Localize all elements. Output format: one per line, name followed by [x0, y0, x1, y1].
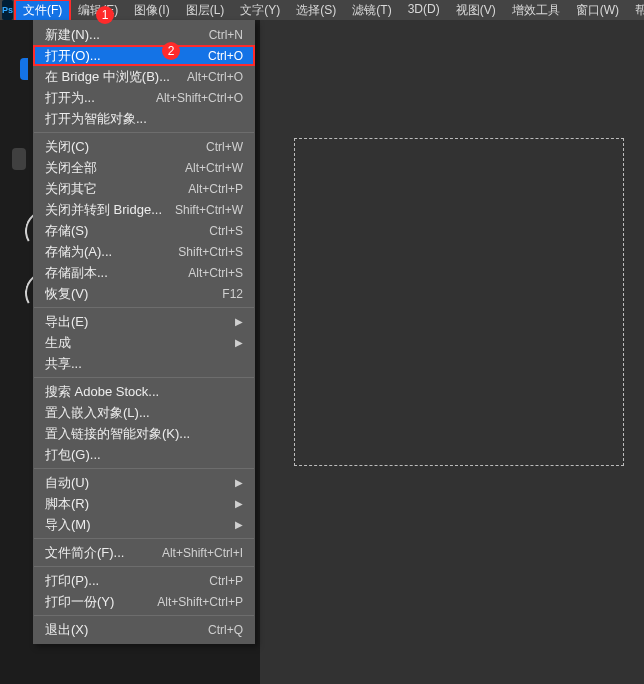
menu-item[interactable]: 存储为(A)...Shift+Ctrl+S: [33, 241, 255, 262]
menu-item-label: 退出(X): [45, 621, 200, 639]
menubar-item[interactable]: 滤镜(T): [344, 0, 399, 21]
menu-item[interactable]: 置入嵌入对象(L)...: [33, 402, 255, 423]
menu-item-shortcut: Ctrl+O: [208, 49, 243, 63]
menu-separator: [34, 566, 254, 567]
chevron-right-icon: ▶: [235, 498, 243, 509]
panel-chip: [12, 148, 26, 170]
menubar-item[interactable]: 图层(L): [178, 0, 233, 21]
menu-item-shortcut: Ctrl+Q: [208, 623, 243, 637]
menu-item-shortcut: Alt+Ctrl+S: [188, 266, 243, 280]
menu-item-shortcut: Ctrl+W: [206, 140, 243, 154]
menu-item-label: 打包(G)...: [45, 446, 243, 464]
menu-separator: [34, 538, 254, 539]
menu-item[interactable]: 导入(M)▶: [33, 514, 255, 535]
menu-item-shortcut: F12: [222, 287, 243, 301]
menu-item[interactable]: 新建(N)...Ctrl+N: [33, 24, 255, 45]
menu-item-label: 打印(P)...: [45, 572, 201, 590]
menu-item[interactable]: 脚本(R)▶: [33, 493, 255, 514]
menu-item[interactable]: 打包(G)...: [33, 444, 255, 465]
menu-item[interactable]: 关闭全部Alt+Ctrl+W: [33, 157, 255, 178]
menu-item-label: 存储为(A)...: [45, 243, 170, 261]
menu-item[interactable]: 恢复(V)F12: [33, 283, 255, 304]
menu-item-shortcut: Alt+Shift+Ctrl+P: [157, 595, 243, 609]
menu-separator: [34, 615, 254, 616]
menu-item-label: 导出(E): [45, 313, 229, 331]
menu-item[interactable]: 文件简介(F)...Alt+Shift+Ctrl+I: [33, 542, 255, 563]
menu-item[interactable]: 关闭其它Alt+Ctrl+P: [33, 178, 255, 199]
chevron-right-icon: ▶: [235, 337, 243, 348]
menu-item[interactable]: 在 Bridge 中浏览(B)...Alt+Ctrl+O: [33, 66, 255, 87]
menu-item-shortcut: Shift+Ctrl+S: [178, 245, 243, 259]
menu-item-label: 打印一份(Y): [45, 593, 149, 611]
menu-item-label: 存储副本...: [45, 264, 180, 282]
menu-item[interactable]: 打印(P)...Ctrl+P: [33, 570, 255, 591]
menu-item[interactable]: 打印一份(Y)Alt+Shift+Ctrl+P: [33, 591, 255, 612]
menubar-item[interactable]: 增效工具: [504, 0, 568, 21]
menu-item-label: 恢复(V): [45, 285, 214, 303]
menu-item-shortcut: Alt+Ctrl+W: [185, 161, 243, 175]
chevron-right-icon: ▶: [235, 519, 243, 530]
menu-item-label: 存储(S): [45, 222, 201, 240]
menubar-item[interactable]: 窗口(W): [568, 0, 627, 21]
menu-item[interactable]: 关闭(C)Ctrl+W: [33, 136, 255, 157]
menu-item-shortcut: Alt+Ctrl+O: [187, 70, 243, 84]
menu-separator: [34, 132, 254, 133]
menu-item-label: 打开为...: [45, 89, 148, 107]
menu-item-label: 脚本(R): [45, 495, 229, 513]
menu-item-label: 关闭(C): [45, 138, 198, 156]
menu-item[interactable]: 打开为...Alt+Shift+Ctrl+O: [33, 87, 255, 108]
menu-item[interactable]: 置入链接的智能对象(K)...: [33, 423, 255, 444]
menu-item[interactable]: 存储副本...Alt+Ctrl+S: [33, 262, 255, 283]
menu-item-shortcut: Alt+Ctrl+P: [188, 182, 243, 196]
menubar-item[interactable]: 帮助(H): [627, 0, 644, 21]
menu-item-label: 导入(M): [45, 516, 229, 534]
menu-item[interactable]: 生成▶: [33, 332, 255, 353]
selection-marquee: [294, 138, 624, 466]
callout-badge-2: 2: [162, 42, 180, 60]
menubar-item[interactable]: 文件(F): [15, 0, 70, 21]
menubar-item[interactable]: 视图(V): [448, 0, 504, 21]
menu-item-label: 关闭全部: [45, 159, 177, 177]
menu-item-label: 自动(U): [45, 474, 229, 492]
menu-item-label: 打开为智能对象...: [45, 110, 243, 128]
menu-separator: [34, 377, 254, 378]
menu-item-label: 搜索 Adobe Stock...: [45, 383, 243, 401]
menu-item-label: 置入链接的智能对象(K)...: [45, 425, 243, 443]
menu-item-label: 文件简介(F)...: [45, 544, 154, 562]
callout-badge-1: 1: [96, 6, 114, 24]
menu-item-label: 新建(N)...: [45, 26, 201, 44]
app-logo: Ps: [2, 0, 13, 20]
menu-item-shortcut: Ctrl+N: [209, 28, 243, 42]
menu-item-shortcut: Ctrl+S: [209, 224, 243, 238]
menubar-item[interactable]: 文字(Y): [232, 0, 288, 21]
menu-separator: [34, 468, 254, 469]
menubar-item[interactable]: 3D(D): [400, 0, 448, 21]
menu-item-label: 关闭其它: [45, 180, 180, 198]
chevron-right-icon: ▶: [235, 477, 243, 488]
menu-item-shortcut: Alt+Shift+Ctrl+O: [156, 91, 243, 105]
menu-item-label: 关闭并转到 Bridge...: [45, 201, 167, 219]
menu-item-shortcut: Alt+Shift+Ctrl+I: [162, 546, 243, 560]
menu-item[interactable]: 打开为智能对象...: [33, 108, 255, 129]
chevron-right-icon: ▶: [235, 316, 243, 327]
menu-item[interactable]: 关闭并转到 Bridge...Shift+Ctrl+W: [33, 199, 255, 220]
menu-item[interactable]: 导出(E)▶: [33, 311, 255, 332]
menu-item[interactable]: 退出(X)Ctrl+Q: [33, 619, 255, 640]
menubar-item[interactable]: 图像(I): [126, 0, 177, 21]
menu-item[interactable]: 搜索 Adobe Stock...: [33, 381, 255, 402]
menu-item[interactable]: 存储(S)Ctrl+S: [33, 220, 255, 241]
panel-accent: [20, 58, 28, 80]
file-menu-dropdown: 新建(N)...Ctrl+N打开(O)...Ctrl+O在 Bridge 中浏览…: [33, 20, 255, 644]
menu-item-shortcut: Shift+Ctrl+W: [175, 203, 243, 217]
menu-item-label: 在 Bridge 中浏览(B)...: [45, 68, 179, 86]
menu-item-label: 置入嵌入对象(L)...: [45, 404, 243, 422]
menu-item-label: 生成: [45, 334, 229, 352]
menu-item-label: 共享...: [45, 355, 243, 373]
menu-item[interactable]: 打开(O)...Ctrl+O: [33, 45, 255, 66]
menu-item[interactable]: 共享...: [33, 353, 255, 374]
menu-item-shortcut: Ctrl+P: [209, 574, 243, 588]
menu-separator: [34, 307, 254, 308]
menubar-item[interactable]: 选择(S): [288, 0, 344, 21]
menu-item[interactable]: 自动(U)▶: [33, 472, 255, 493]
